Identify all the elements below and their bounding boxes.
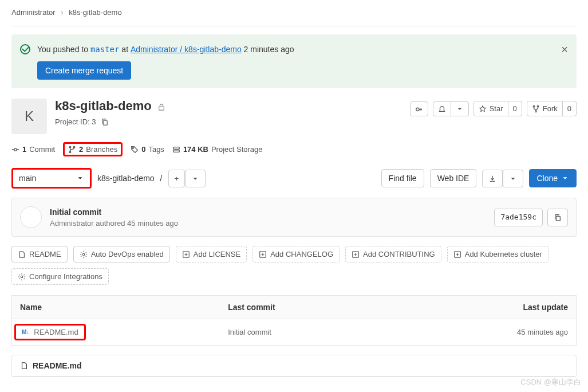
add-button[interactable]: +: [168, 170, 186, 187]
watermark: CSDN @寒山李白: [520, 377, 581, 383]
file-icon: [18, 250, 26, 258]
ssh-key-button[interactable]: [410, 101, 428, 116]
download-button[interactable]: [482, 170, 503, 187]
commit-sha[interactable]: 7ade159c: [494, 209, 543, 226]
plus-square-icon: [182, 250, 190, 258]
plus-square-icon: [453, 250, 461, 258]
chip-add-contributing[interactable]: Add CONTRIBUTING: [345, 246, 441, 262]
svg-rect-1: [103, 120, 107, 125]
check-circle-icon: [20, 44, 30, 54]
star-button[interactable]: Star: [473, 101, 508, 116]
chip-auto-devops[interactable]: Auto DevOps enabled: [73, 246, 170, 262]
file-update-cell: 45 minutes ago: [393, 319, 577, 346]
project-avatar: K: [11, 99, 47, 134]
markdown-icon: M↓: [22, 329, 29, 335]
last-commit-card: Initial commit Administrator authored 45…: [11, 198, 577, 237]
find-file-button[interactable]: Find file: [381, 169, 424, 187]
svg-rect-11: [173, 147, 180, 150]
repo-path[interactable]: k8s-gitlab-demo: [97, 174, 155, 183]
file-icon: [20, 362, 28, 370]
col-commit: Last commit: [220, 296, 393, 319]
breadcrumb: Administrator › k8s-gitlab-demo: [11, 6, 577, 23]
stat-tags[interactable]: 0Tags: [131, 145, 164, 154]
create-merge-request-button[interactable]: Create merge request: [37, 61, 131, 80]
chip-configure-integrations[interactable]: Configure Integrations: [11, 268, 109, 285]
notifications-dropdown[interactable]: [451, 101, 469, 116]
file-name-cell[interactable]: M↓ README.md: [14, 324, 86, 340]
branch-select[interactable]: main: [11, 168, 92, 189]
alert-link[interactable]: Administrator / k8s-gitlab-demo: [131, 45, 242, 54]
notifications-button[interactable]: [433, 101, 451, 116]
gear-icon: [18, 273, 26, 281]
chip-add-changelog[interactable]: Add CHANGELOG: [252, 246, 340, 262]
svg-point-14: [82, 253, 85, 256]
lock-icon: [157, 101, 165, 111]
svg-rect-12: [173, 150, 180, 152]
alert-message: You pushed to master at Administrator / …: [37, 43, 294, 56]
branch-name: master: [90, 45, 120, 54]
web-ide-button[interactable]: Web IDE: [430, 169, 477, 187]
path-sep: /: [160, 174, 163, 183]
chip-add-k8s[interactable]: Add Kubernetes cluster: [447, 246, 548, 262]
svg-rect-13: [556, 217, 560, 221]
svg-point-9: [69, 151, 71, 153]
col-update: Last update: [393, 296, 577, 319]
close-icon[interactable]: ×: [561, 43, 568, 56]
readme-title: README.md: [33, 361, 82, 370]
quick-actions: README Auto DevOps enabled Add LICENSE A…: [11, 246, 577, 285]
chip-readme[interactable]: README: [11, 246, 68, 262]
svg-point-6: [14, 148, 17, 151]
chevron-down-icon: [561, 174, 569, 182]
divider: [11, 26, 577, 26]
fork-button[interactable]: Fork: [527, 101, 563, 116]
clone-button[interactable]: Clone: [529, 169, 577, 187]
copy-icon[interactable]: [101, 117, 109, 126]
gear-icon: [80, 250, 88, 258]
stat-branches[interactable]: 2Branches: [63, 142, 123, 156]
readme-panel: README.md: [11, 355, 577, 377]
commit-meta: Administrator authored 45 minutes ago: [50, 219, 178, 228]
download-dropdown[interactable]: [503, 170, 523, 187]
avatar: [20, 206, 42, 228]
fork-count[interactable]: 0: [563, 101, 577, 116]
push-alert: × You pushed to master at Administrator …: [11, 34, 577, 88]
copy-sha-button[interactable]: [547, 209, 568, 226]
file-commit-cell[interactable]: Initial commit: [220, 319, 393, 346]
svg-point-5: [535, 111, 536, 112]
commit-title[interactable]: Initial commit: [50, 207, 178, 217]
svg-point-3: [533, 105, 535, 107]
project-id: Project ID: 3: [55, 117, 96, 126]
svg-point-10: [133, 147, 134, 148]
svg-rect-0: [159, 107, 164, 110]
chevron-down-icon: [76, 174, 84, 182]
project-header: K k8s-gitlab-demo Project ID: 3: [11, 99, 577, 134]
plus-square-icon: [352, 250, 360, 258]
file-table: Name Last commit Last update M↓ README.m…: [11, 295, 577, 346]
chip-add-license[interactable]: Add LICENSE: [176, 246, 247, 262]
project-title: k8s-gitlab-demo: [55, 99, 152, 113]
copy-icon: [554, 214, 562, 222]
breadcrumb-project[interactable]: k8s-gitlab-demo: [69, 8, 122, 17]
svg-point-8: [73, 146, 75, 148]
stat-commits[interactable]: 1Commit: [11, 145, 55, 154]
breadcrumb-root[interactable]: Administrator: [11, 8, 56, 17]
svg-point-7: [69, 146, 71, 148]
col-name: Name: [12, 296, 220, 319]
star-count[interactable]: 0: [508, 101, 522, 116]
table-row[interactable]: M↓ README.md Initial commit 45 minutes a…: [12, 319, 577, 346]
project-stats: 1Commit 2Branches 0Tags 174 KBProject St…: [11, 142, 577, 156]
plus-square-icon: [259, 250, 267, 258]
svg-point-4: [537, 105, 539, 107]
breadcrumb-sep: ›: [61, 8, 63, 17]
svg-point-2: [416, 108, 419, 111]
stat-storage[interactable]: 174 KBProject Storage: [172, 145, 263, 154]
svg-point-19: [21, 276, 23, 278]
repo-toolbar: main k8s-gitlab-demo / + Find file Web I…: [11, 168, 577, 189]
add-dropdown[interactable]: [185, 170, 206, 187]
